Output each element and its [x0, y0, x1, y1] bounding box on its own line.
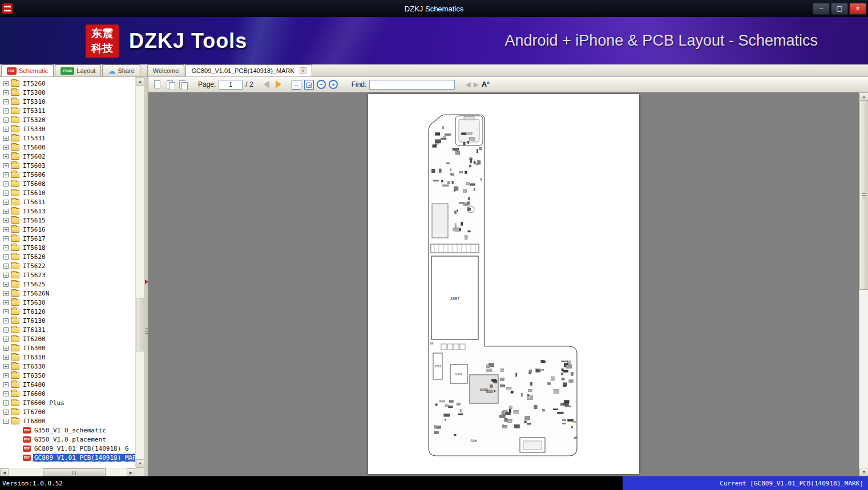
expand-icon[interactable]: + — [3, 391, 9, 396]
tree-folder-row[interactable]: +IT5330 — [0, 124, 135, 133]
tree-folder-row[interactable]: +IT5606 — [0, 170, 135, 179]
expand-icon[interactable]: + — [3, 410, 9, 415]
fit-page-icon[interactable]: ◲ — [304, 80, 314, 90]
minimize-button[interactable]: – — [813, 3, 830, 15]
expand-icon[interactable]: + — [3, 118, 9, 123]
tree-folder-row[interactable]: +IT5620 — [0, 252, 135, 261]
expand-icon[interactable]: + — [3, 318, 9, 323]
expand-icon[interactable]: + — [3, 172, 9, 177]
viewer-scroll-up-icon[interactable]: ▲ — [859, 92, 868, 101]
expand-icon[interactable]: + — [3, 400, 9, 406]
tree-folder-row[interactable]: +IT5603 — [0, 161, 135, 170]
tab-share[interactable]: ☁ Share — [102, 64, 140, 76]
expand-icon[interactable]: + — [3, 218, 9, 223]
font-size-icon[interactable]: Aa — [482, 80, 490, 88]
pdf-viewer[interactable]: J80739J701U501U302GSMTVBT ▲ ▼ — [148, 92, 868, 476]
expand-icon[interactable]: + — [3, 145, 9, 150]
maximize-button[interactable]: ▢ — [831, 3, 848, 15]
expand-icon[interactable]: + — [3, 254, 9, 260]
tree-folder-row[interactable]: +IT6600 — [0, 389, 135, 398]
tree-folder-row[interactable]: +IT5608 — [0, 179, 135, 188]
tree-folder-row[interactable]: +IT6131 — [0, 325, 135, 334]
expand-icon[interactable]: + — [3, 273, 9, 278]
tree-folder-row[interactable]: +IT6200 — [0, 334, 135, 343]
expand-icon[interactable]: + — [3, 90, 9, 95]
expand-icon[interactable]: + — [3, 236, 9, 241]
expand-icon[interactable]: + — [3, 282, 9, 287]
expand-icon[interactable]: + — [3, 81, 9, 86]
tree-folder-row[interactable]: +IT5613 — [0, 206, 135, 216]
tree-document-row[interactable]: PDFG350_V1.0 placement — [0, 435, 135, 444]
tree-folder-row[interactable]: +IT5600 — [0, 143, 135, 152]
expand-icon[interactable]: + — [3, 355, 9, 360]
expand-icon[interactable]: + — [3, 346, 9, 351]
tree-folder-row[interactable]: +IT5615 — [0, 216, 135, 225]
tree-folder-row[interactable]: +IT5310 — [0, 97, 135, 106]
tree-folder-row[interactable]: +IT5311 — [0, 106, 135, 115]
expand-icon[interactable]: + — [3, 127, 9, 132]
page-input[interactable] — [219, 80, 243, 90]
snapshot-icon[interactable] — [178, 80, 188, 90]
collapse-icon[interactable]: - — [3, 419, 9, 424]
expand-icon[interactable]: + — [3, 264, 9, 269]
tree-folder-row[interactable]: +IT6130 — [0, 316, 135, 325]
expand-icon[interactable]: + — [3, 163, 9, 168]
tree-folder-row[interactable]: +IT6400 — [0, 380, 135, 389]
tree-folder-row[interactable]: +IT5300 — [0, 88, 135, 97]
expand-icon[interactable]: + — [3, 337, 9, 342]
tree-hscroll-track[interactable] — [9, 468, 127, 476]
sidebar-splitter[interactable] — [144, 77, 148, 476]
tree-folder-row[interactable]: +IT5260 — [0, 79, 135, 88]
expand-icon[interactable]: + — [3, 245, 9, 250]
viewer-scroll-down-icon[interactable]: ▼ — [859, 468, 868, 476]
expand-icon[interactable]: + — [3, 227, 9, 232]
tab-welcome[interactable]: Welcome — [147, 64, 185, 76]
scroll-left-icon[interactable]: ◀ — [0, 468, 9, 477]
expand-icon[interactable]: + — [3, 181, 9, 187]
tree-document-row[interactable]: PDFGC809_V1.01_PCB(140918)_MARK — [0, 453, 135, 462]
tree-scrollbar-thumb[interactable] — [136, 298, 144, 351]
tree-hscroll-thumb[interactable] — [43, 468, 106, 477]
expand-icon[interactable]: + — [3, 200, 9, 205]
tree-folder-row[interactable]: +IT5331 — [0, 133, 135, 143]
expand-icon[interactable]: + — [3, 108, 9, 114]
copy-page-icon[interactable] — [165, 80, 175, 90]
tree-folder-row[interactable]: +IT6330 — [0, 362, 135, 371]
expand-icon[interactable]: + — [3, 373, 9, 378]
tree-folder-row[interactable]: +IT5630 — [0, 298, 135, 307]
tree-folder-row[interactable]: +IT5320 — [0, 115, 135, 124]
splitter-grip[interactable] — [145, 328, 148, 335]
copy-text-icon[interactable] — [153, 80, 163, 90]
tree-folder-row[interactable]: +IT5602 — [0, 152, 135, 161]
zoom-in-icon[interactable]: + — [329, 80, 338, 89]
tree-folder-row[interactable]: +IT6700 — [0, 407, 135, 416]
tree-folder-row[interactable]: +IT5611 — [0, 197, 135, 206]
tree-folder-row[interactable]: +IT6120 — [0, 307, 135, 316]
tree-vertical-scrollbar[interactable]: ▲ ▼ — [135, 77, 144, 468]
viewer-vertical-scrollbar[interactable]: ▲ ▼ — [859, 92, 868, 476]
close-button[interactable]: × — [849, 3, 866, 15]
viewer-scrollbar-thumb[interactable] — [859, 102, 868, 290]
find-input[interactable] — [369, 80, 455, 90]
find-next-icon[interactable]: ▶ — [474, 80, 479, 88]
tree-folder-row[interactable]: +IT5626N — [0, 289, 135, 298]
expand-icon[interactable]: + — [3, 291, 9, 296]
scroll-right-icon[interactable]: ▶ — [127, 468, 135, 477]
find-previous-icon[interactable]: ◀ — [465, 80, 470, 88]
tree-folder-row[interactable]: +IT6300 — [0, 343, 135, 353]
tab-current-document[interactable]: GC809_V1.01_PCB(140918)_MARK × — [185, 64, 312, 76]
previous-page-icon[interactable] — [264, 80, 269, 88]
tree-folder-row[interactable]: +IT5618 — [0, 243, 135, 252]
zoom-out-icon[interactable]: − — [317, 80, 326, 89]
tree-folder-row[interactable]: +IT6600 Plus — [0, 398, 135, 407]
tree-document-row[interactable]: PDFGC809_V1.01_PCB(140918)_G — [0, 444, 135, 453]
expand-icon[interactable]: + — [3, 154, 9, 159]
tree-folder-row[interactable]: +IT5622 — [0, 261, 135, 270]
expand-icon[interactable]: + — [3, 300, 9, 305]
expand-icon[interactable]: + — [3, 309, 9, 314]
tree-document-row[interactable]: PDFG350_V1 O_schematic — [0, 426, 135, 435]
expand-icon[interactable]: + — [3, 327, 9, 333]
tree-folder-row[interactable]: +IT6310 — [0, 353, 135, 362]
tree-folder-row[interactable]: -IT6800 — [0, 416, 135, 426]
tab-close-icon[interactable]: × — [300, 67, 306, 74]
